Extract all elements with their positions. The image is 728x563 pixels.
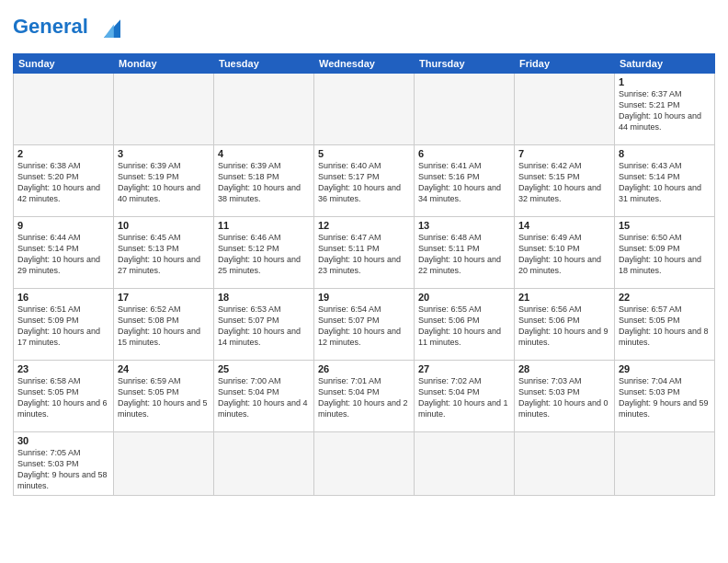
day-info-line: Sunset: 5:11 PM	[318, 243, 410, 254]
day-info-line: Daylight: 10 hours and 0 minutes.	[518, 397, 610, 419]
weekday-header-thursday: Thursday	[415, 54, 515, 74]
day-number: 5	[318, 148, 410, 159]
day-cell: 10Sunrise: 6:45 AMSunset: 5:13 PMDayligh…	[114, 217, 214, 289]
day-info-line: Sunset: 5:10 PM	[518, 243, 610, 254]
day-info-line: Sunrise: 6:57 AM	[619, 304, 711, 315]
day-info-line: Daylight: 10 hours and 42 minutes.	[17, 182, 109, 204]
day-info-line: Sunrise: 6:53 AM	[218, 304, 310, 315]
day-info-line: Sunset: 5:03 PM	[619, 386, 711, 397]
day-number: 16	[17, 292, 109, 303]
week-row-3: 9Sunrise: 6:44 AMSunset: 5:14 PMDaylight…	[14, 217, 715, 289]
day-cell: 16Sunrise: 6:51 AMSunset: 5:09 PMDayligh…	[14, 289, 114, 361]
day-info-line: Sunset: 5:06 PM	[518, 315, 610, 326]
day-number: 3	[118, 148, 210, 159]
day-info-line: Daylight: 10 hours and 14 minutes.	[218, 326, 310, 348]
day-info-line: Sunset: 5:21 PM	[619, 99, 711, 110]
day-cell: 20Sunrise: 6:55 AMSunset: 5:06 PMDayligh…	[415, 289, 515, 361]
day-info-line: Daylight: 10 hours and 29 minutes.	[17, 254, 109, 276]
day-info-line: Sunset: 5:06 PM	[418, 315, 510, 326]
weekday-header-monday: Monday	[114, 54, 214, 74]
day-info-line: Sunset: 5:14 PM	[619, 171, 711, 182]
day-info-line: Daylight: 9 hours and 58 minutes.	[17, 469, 109, 491]
day-info-line: Daylight: 10 hours and 36 minutes.	[318, 182, 410, 204]
day-cell: 21Sunrise: 6:56 AMSunset: 5:06 PMDayligh…	[515, 289, 615, 361]
day-cell: 6Sunrise: 6:41 AMSunset: 5:16 PMDaylight…	[415, 145, 515, 217]
day-info-line: Daylight: 10 hours and 18 minutes.	[619, 254, 711, 276]
day-info-line: Sunrise: 7:00 AM	[218, 375, 310, 386]
day-number: 21	[518, 292, 610, 303]
day-info-line: Daylight: 10 hours and 23 minutes.	[318, 254, 410, 276]
day-info-line: Sunset: 5:07 PM	[218, 315, 310, 326]
day-info-line: Sunrise: 7:04 AM	[619, 375, 711, 386]
day-cell: 3Sunrise: 6:39 AMSunset: 5:19 PMDaylight…	[114, 145, 214, 217]
day-number: 17	[118, 292, 210, 303]
day-number: 30	[17, 435, 109, 446]
day-info-line: Sunrise: 6:45 AM	[118, 232, 210, 243]
day-info-line: Sunset: 5:19 PM	[118, 171, 210, 182]
day-number: 9	[17, 220, 109, 231]
day-info-line: Sunset: 5:03 PM	[518, 386, 610, 397]
day-info-line: Sunset: 5:05 PM	[619, 315, 711, 326]
week-row-5: 23Sunrise: 6:58 AMSunset: 5:05 PMDayligh…	[14, 361, 715, 432]
day-info-line: Sunset: 5:03 PM	[17, 458, 109, 469]
weekday-header-row: SundayMondayTuesdayWednesdayThursdayFrid…	[14, 54, 715, 74]
day-info-line: Daylight: 10 hours and 40 minutes.	[118, 182, 210, 204]
day-info-line: Sunrise: 7:02 AM	[418, 375, 510, 386]
day-cell	[314, 74, 415, 145]
day-info-line: Daylight: 10 hours and 38 minutes.	[218, 182, 310, 204]
day-number: 25	[218, 363, 310, 374]
day-number: 11	[218, 220, 310, 231]
day-number: 27	[418, 363, 510, 374]
header: General	[13, 9, 715, 46]
day-info-line: Daylight: 10 hours and 27 minutes.	[118, 254, 210, 276]
day-cell	[515, 74, 615, 145]
day-info-line: Sunset: 5:09 PM	[17, 315, 109, 326]
day-info-line: Daylight: 10 hours and 32 minutes.	[518, 182, 610, 204]
day-cell: 22Sunrise: 6:57 AMSunset: 5:05 PMDayligh…	[615, 289, 715, 361]
day-info-line: Sunrise: 6:51 AM	[17, 304, 109, 315]
day-info-line: Daylight: 10 hours and 25 minutes.	[218, 254, 310, 276]
day-number: 20	[418, 292, 510, 303]
weekday-header-saturday: Saturday	[615, 54, 715, 74]
day-cell: 2Sunrise: 6:38 AMSunset: 5:20 PMDaylight…	[14, 145, 114, 217]
day-cell	[214, 74, 314, 145]
day-cell	[615, 432, 715, 496]
day-info-line: Sunrise: 6:52 AM	[118, 304, 210, 315]
weekday-header-sunday: Sunday	[14, 54, 114, 74]
day-info-line: Daylight: 10 hours and 4 minutes.	[218, 397, 310, 419]
day-cell: 14Sunrise: 6:49 AMSunset: 5:10 PMDayligh…	[515, 217, 615, 289]
day-info-line: Sunrise: 6:59 AM	[118, 375, 210, 386]
logo-text: General	[13, 15, 94, 38]
day-number: 19	[318, 292, 410, 303]
day-info-line: Sunset: 5:12 PM	[218, 243, 310, 254]
day-cell: 4Sunrise: 6:39 AMSunset: 5:18 PMDaylight…	[214, 145, 314, 217]
day-info-line: Sunrise: 6:42 AM	[518, 160, 610, 171]
week-row-1: 1Sunrise: 6:37 AMSunset: 5:21 PMDaylight…	[14, 74, 715, 145]
svg-marker-1	[104, 25, 114, 38]
day-info-line: Daylight: 10 hours and 8 minutes.	[619, 326, 711, 348]
day-number: 22	[619, 292, 711, 303]
day-cell: 9Sunrise: 6:44 AMSunset: 5:14 PMDaylight…	[14, 217, 114, 289]
day-info-line: Sunrise: 6:48 AM	[418, 232, 510, 243]
day-number: 14	[518, 220, 610, 231]
day-number: 28	[518, 363, 610, 374]
day-cell: 30Sunrise: 7:05 AMSunset: 5:03 PMDayligh…	[14, 432, 114, 496]
day-info-line: Sunrise: 6:38 AM	[17, 160, 109, 171]
day-cell: 8Sunrise: 6:43 AMSunset: 5:14 PMDaylight…	[615, 145, 715, 217]
day-cell: 5Sunrise: 6:40 AMSunset: 5:17 PMDaylight…	[314, 145, 415, 217]
day-info-line: Sunrise: 6:43 AM	[619, 160, 711, 171]
day-number: 24	[118, 363, 210, 374]
day-info-line: Sunrise: 7:03 AM	[518, 375, 610, 386]
day-info-line: Sunrise: 6:37 AM	[619, 88, 711, 99]
day-number: 13	[418, 220, 510, 231]
day-cell	[314, 432, 415, 496]
day-info-line: Sunrise: 6:41 AM	[418, 160, 510, 171]
weekday-header-friday: Friday	[515, 54, 615, 74]
day-info-line: Sunrise: 6:39 AM	[118, 160, 210, 171]
day-info-line: Daylight: 9 hours and 59 minutes.	[619, 397, 711, 419]
day-cell: 7Sunrise: 6:42 AMSunset: 5:15 PMDaylight…	[515, 145, 615, 217]
day-number: 12	[318, 220, 410, 231]
day-number: 29	[619, 363, 711, 374]
day-info-line: Sunset: 5:17 PM	[318, 171, 410, 182]
day-info-line: Daylight: 10 hours and 11 minutes.	[418, 326, 510, 348]
